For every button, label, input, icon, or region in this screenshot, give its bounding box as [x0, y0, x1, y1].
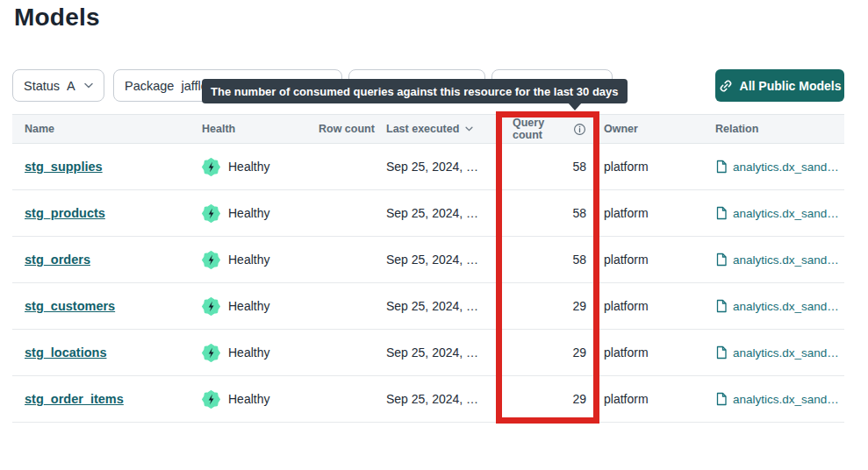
all-public-models-button[interactable]: All Public Models	[715, 69, 844, 102]
column-header-last-executed[interactable]: Last executed	[381, 123, 513, 135]
owner-cell: platform	[586, 253, 698, 267]
column-header-owner: Owner	[586, 123, 698, 135]
column-header-row-count: Row count	[319, 123, 381, 135]
query-count-cell: 29	[513, 299, 586, 313]
health-label: Healthy	[228, 392, 269, 406]
column-header-relation: Relation	[698, 123, 844, 135]
health-badge-icon	[202, 204, 220, 223]
health-label: Healthy	[228, 160, 269, 174]
health-label: Healthy	[228, 299, 269, 313]
model-name-link[interactable]: stg_orders	[25, 253, 90, 267]
model-name-link[interactable]: stg_customers	[25, 299, 115, 313]
document-icon	[715, 299, 728, 313]
last-executed-cell: Sep 25, 2024, …	[381, 253, 513, 267]
status-filter-value: All	[67, 79, 75, 93]
page-title: Models	[14, 4, 100, 32]
table-row: stg_orders Healthy Sep 25, 2024, … 58 pl…	[12, 237, 844, 283]
last-executed-cell: Sep 25, 2024, …	[381, 160, 513, 174]
tooltip-arrow	[568, 103, 582, 110]
table-row: stg_customers Healthy Sep 25, 2024, … 29…	[12, 283, 844, 330]
model-name-link[interactable]: stg_locations	[25, 345, 106, 360]
owner-cell: platform	[586, 160, 698, 174]
model-name-link[interactable]: stg_products	[25, 206, 105, 220]
health-badge-icon	[202, 297, 220, 316]
column-header-query-count: Query count	[513, 117, 586, 141]
relation-link[interactable]: analytics.dx_sand…	[698, 160, 844, 174]
health-badge-icon	[202, 390, 220, 409]
query-count-tooltip: The number of consumed queries against t…	[202, 79, 628, 103]
query-count-cell: 29	[513, 392, 586, 406]
last-executed-cell: Sep 25, 2024, …	[381, 345, 513, 360]
relation-link[interactable]: analytics.dx_sand…	[698, 345, 844, 360]
table-header-row: Name Health Row count Last executed Quer…	[12, 114, 844, 144]
last-executed-cell: Sep 25, 2024, …	[381, 392, 513, 406]
document-icon	[715, 206, 728, 220]
table-row: stg_supplies Healthy Sep 25, 2024, … 58 …	[12, 144, 844, 190]
last-executed-cell: Sep 25, 2024, …	[381, 206, 513, 220]
link-icon	[719, 79, 733, 93]
model-name-link[interactable]: stg_order_items	[25, 392, 124, 406]
sort-chevron-icon	[465, 126, 473, 132]
query-count-cell: 58	[513, 253, 586, 267]
info-icon[interactable]	[573, 123, 586, 136]
chevron-down-icon	[84, 82, 93, 89]
last-executed-cell: Sep 25, 2024, …	[381, 299, 513, 313]
status-filter-dropdown[interactable]: Status All	[12, 69, 104, 102]
health-label: Healthy	[228, 206, 269, 220]
health-badge-icon	[202, 251, 220, 269]
model-name-link[interactable]: stg_supplies	[25, 160, 103, 174]
owner-cell: platform	[586, 345, 698, 360]
column-header-name: Name	[12, 123, 202, 135]
status-filter-label: Status	[24, 79, 60, 93]
document-icon	[715, 345, 728, 360]
column-header-health: Health	[202, 123, 319, 135]
query-count-cell: 58	[513, 206, 586, 220]
owner-cell: platform	[586, 392, 698, 406]
table-row: stg_products Healthy Sep 25, 2024, … 58 …	[12, 190, 844, 237]
health-label: Healthy	[228, 253, 269, 267]
document-icon	[715, 160, 728, 174]
table-row: stg_order_items Healthy Sep 25, 2024, … …	[12, 376, 844, 423]
owner-cell: platform	[586, 206, 698, 220]
relation-link[interactable]: analytics.dx_sand…	[698, 392, 844, 406]
document-icon	[715, 392, 728, 406]
relation-link[interactable]: analytics.dx_sand…	[698, 206, 844, 220]
package-filter-label: Package	[125, 79, 174, 93]
health-badge-icon	[202, 158, 220, 176]
health-label: Healthy	[228, 345, 269, 360]
table-row: stg_locations Healthy Sep 25, 2024, … 29…	[12, 330, 844, 376]
models-table: Name Health Row count Last executed Quer…	[12, 114, 844, 423]
all-public-models-label: All Public Models	[740, 79, 842, 93]
query-count-cell: 58	[513, 160, 586, 174]
owner-cell: platform	[586, 299, 698, 313]
query-count-cell: 29	[513, 345, 586, 360]
relation-link[interactable]: analytics.dx_sand…	[698, 253, 844, 267]
relation-link[interactable]: analytics.dx_sand…	[698, 299, 844, 313]
document-icon	[715, 253, 728, 267]
health-badge-icon	[202, 344, 220, 362]
models-page: Models Status All Package jaffle_ All Pu…	[0, 0, 868, 470]
